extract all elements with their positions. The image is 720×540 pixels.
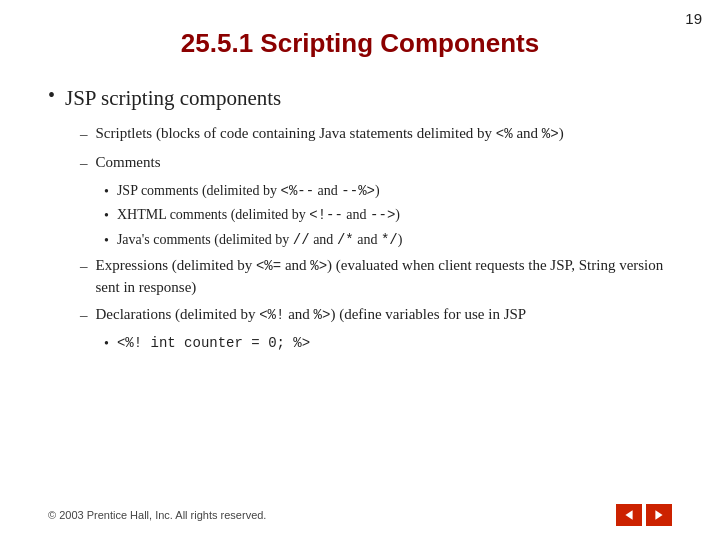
dash-3: –: [80, 256, 88, 278]
dash-item-scriptlets: – Scriptlets (blocks of code containing …: [80, 123, 672, 146]
slide-title: 25.5.1 Scripting Components: [48, 28, 672, 59]
dot-3: •: [104, 231, 109, 251]
comments-sub-list: • JSP comments (delimited by <%-- and --…: [104, 181, 672, 251]
slide-content: • JSP scripting components – Scriptlets …: [48, 83, 672, 354]
dot-item-jsp-comments: • JSP comments (delimited by <%-- and --…: [104, 181, 672, 202]
dash-item-declarations: – Declarations (delimited by <%! and %>)…: [80, 304, 672, 327]
bullet-symbol: •: [48, 81, 55, 110]
main-bullet-text: JSP scripting components: [65, 83, 281, 113]
slide: 19 25.5.1 Scripting Components • JSP scr…: [0, 0, 720, 540]
dot-item-java-comments: • Java's comments (delimited by // and /…: [104, 230, 672, 251]
slide-number: 19: [685, 10, 702, 27]
prev-icon: [623, 509, 635, 521]
dash-text-3: Expressions (delimited by <%= and %>) (e…: [96, 255, 673, 299]
dot-item-xhtml-comments: • XHTML comments (delimited by <!-- and …: [104, 205, 672, 226]
prev-button[interactable]: [616, 504, 642, 526]
svg-marker-0: [625, 510, 632, 520]
nav-buttons: [616, 504, 672, 526]
next-icon: [653, 509, 665, 521]
dash-item-comments: – Comments: [80, 152, 672, 175]
dot-text-1: JSP comments (delimited by <%-- and --%>…: [117, 181, 380, 202]
dash-text-2: Comments: [96, 152, 161, 174]
dot-1: •: [104, 182, 109, 202]
dash-item-expressions: – Expressions (delimited by <%= and %>) …: [80, 255, 672, 299]
dash-text-1: Scriptlets (blocks of code containing Ja…: [96, 123, 564, 145]
declarations-sub-list: • <%! int counter = 0; %>: [104, 333, 672, 354]
dash-2: –: [80, 153, 88, 175]
dot-item-counter: • <%! int counter = 0; %>: [104, 333, 672, 354]
main-bullet: • JSP scripting components: [48, 83, 672, 113]
dash-text-4: Declarations (delimited by <%! and %>) (…: [96, 304, 527, 326]
dash-4: –: [80, 305, 88, 327]
footer-copyright: © 2003 Prentice Hall, Inc. All rights re…: [48, 509, 266, 521]
sub-list: – Scriptlets (blocks of code containing …: [80, 123, 672, 354]
dash-1: –: [80, 124, 88, 146]
dot-text-counter: <%! int counter = 0; %>: [117, 333, 310, 354]
dot-2: •: [104, 206, 109, 226]
dot-text-3: Java's comments (delimited by // and /* …: [117, 230, 402, 251]
svg-marker-1: [655, 510, 662, 520]
next-button[interactable]: [646, 504, 672, 526]
dot-text-2: XHTML comments (delimited by <!-- and --…: [117, 205, 400, 226]
dot-4: •: [104, 334, 109, 354]
footer: © 2003 Prentice Hall, Inc. All rights re…: [48, 504, 672, 526]
